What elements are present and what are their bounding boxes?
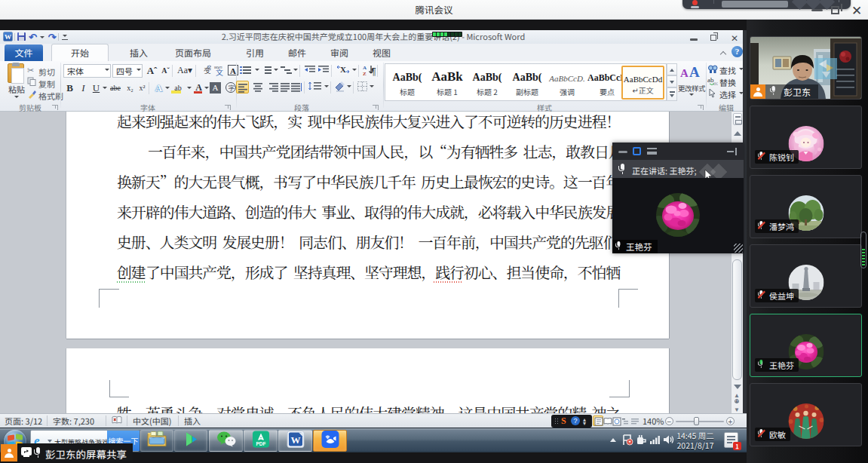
strikethrough-button[interactable]: abe: [108, 81, 123, 94]
change-styles-button[interactable]: AA 更改样式: [677, 63, 706, 102]
doc-line-4[interactable]: 来开辟的伟大道路、创造的伟大 事业、取得的伟大成就，必将载入中华民族发展: [117, 203, 645, 221]
style-normal[interactable]: AaBbCcDd↵正文: [621, 66, 664, 100]
numbering-button[interactable]: [262, 66, 273, 75]
taskbar-wechat[interactable]: [209, 430, 243, 452]
status-insert-mode[interactable]: 插入: [184, 415, 201, 427]
previous-page-icon[interactable]: ▲▲: [734, 392, 741, 397]
tray-clock[interactable]: 14:45 周二 2021/8/17: [672, 431, 719, 450]
status-page[interactable]: 页面: 3/12: [5, 415, 42, 427]
bold-button[interactable]: B: [63, 81, 76, 94]
word-logo-icon[interactable]: W: [3, 32, 13, 41]
paste-label[interactable]: 粘贴: [3, 84, 30, 94]
help-icon[interactable]: ?: [732, 46, 743, 57]
paste-icon[interactable]: [8, 63, 24, 83]
save-icon[interactable]: [17, 32, 26, 41]
doc-line-1[interactable]: 起来到强起来的伟大飞跃，实 现中华民族伟大复兴进入了不可逆转的历史进程！: [117, 112, 645, 130]
taskbar-windows-explorer[interactable]: [140, 430, 173, 452]
zoom-out-icon[interactable]: −: [665, 417, 673, 425]
panel-minimize-icon[interactable]: [618, 151, 627, 153]
ime-help-icon[interactable]: ?: [571, 416, 580, 425]
notification-icon[interactable]: 1: [724, 432, 738, 448]
multilevel-list-button[interactable]: [281, 66, 292, 75]
font-name-combo[interactable]: 宋体: [63, 64, 111, 78]
character-border-button[interactable]: A: [226, 64, 239, 77]
participant-tile-houyikun[interactable]: 侯益坤: [750, 244, 862, 308]
qat-customize-icon[interactable]: [62, 34, 68, 40]
browse-object-icon[interactable]: [735, 399, 739, 403]
taskbar-foxit-pdf[interactable]: PDF: [244, 430, 278, 452]
tab-page-layout[interactable]: 页面布局: [164, 44, 222, 61]
meeting-restore-button[interactable]: [831, 6, 839, 14]
bullets-button[interactable]: [243, 66, 254, 75]
panel-dock-icon[interactable]: [727, 148, 737, 155]
enclose-characters-button[interactable]: 字: [224, 81, 237, 94]
taskbar-microsoft-word[interactable]: W: [278, 430, 312, 452]
underline-button[interactable]: U: [90, 81, 103, 94]
status-language[interactable]: 中文(中国): [133, 415, 171, 427]
tab-file[interactable]: 文件: [5, 44, 43, 61]
grow-font-button[interactable]: Aˆ: [146, 64, 158, 77]
font-size-combo[interactable]: 四号: [112, 64, 143, 78]
meeting-close-button[interactable]: ✕: [850, 3, 863, 17]
meeting-minimize-button[interactable]: [811, 9, 823, 11]
phonetic-guide-button[interactable]: 变: [199, 64, 212, 77]
tab-insert[interactable]: 插入: [121, 44, 157, 61]
spellcheck-icon[interactable]: [112, 415, 122, 428]
style-subtitle[interactable]: AaBb(副标题: [508, 66, 547, 100]
word-close-button[interactable]: ✕: [730, 33, 739, 42]
doc-line-6[interactable]: 创建了中国共产党，形成了 坚持真理、坚守理想，践行初心、担当使命，不怕牺: [117, 263, 645, 281]
network-signal-icon[interactable]: [649, 434, 661, 447]
tab-mailings[interactable]: 邮件: [279, 44, 315, 61]
action-center-icon[interactable]: [622, 434, 633, 448]
tab-home[interactable]: 开始: [51, 44, 109, 61]
tab-references[interactable]: 引用: [237, 44, 273, 61]
redo-icon[interactable]: ↶: [47, 32, 57, 41]
sogou-ime-bar[interactable]: S ? ▴▾: [551, 415, 592, 428]
styles-dialog-launcher-icon[interactable]: [698, 105, 704, 110]
zoom-slider[interactable]: [694, 417, 699, 425]
change-case-button[interactable]: Aa▾: [176, 64, 194, 77]
zoom-in-icon[interactable]: +: [726, 417, 735, 425]
next-page-icon[interactable]: ▼▼: [734, 406, 741, 412]
align-left-button[interactable]: [236, 81, 249, 94]
undo-icon[interactable]: ↶: [29, 32, 38, 41]
document-page-1[interactable]: 起来到强起来的伟大飞跃，实 现中华民族伟大复兴进入了不可逆转的历史进程！ 一百年…: [66, 112, 669, 339]
style-emphasis[interactable]: AaBbCcD.强调: [547, 66, 587, 100]
font-dialog-launcher-icon[interactable]: [225, 105, 231, 110]
participant-tile-pengweidong[interactable]: 彭卫东: [750, 36, 862, 100]
tab-review[interactable]: 审阅: [321, 44, 357, 61]
zoom-level[interactable]: 140%: [643, 415, 664, 427]
doc-line-3[interactable]: 换新天”的大无畏气概，书写了中华民族几千年 历史上最恢宏的史诗。这一百年: [117, 173, 645, 191]
ime-drag-dots[interactable]: [554, 418, 559, 425]
text-effects-button[interactable]: A: [152, 81, 165, 94]
character-shading-button[interactable]: A: [210, 82, 221, 94]
decrease-indent-button[interactable]: [303, 64, 316, 77]
view-draft-button[interactable]: [629, 415, 639, 426]
style-heading2[interactable]: AaBb(标题 2: [468, 66, 507, 100]
doc-line-5[interactable]: 史册、人类文明 发展史册！ 同志们、朋友们！ 一百年前，中国共产党的先驱们: [117, 233, 645, 251]
document-page-2[interactable]: 牲、英勇斗争、对党忠诚、不负人民的伟大建党精神，这是中国共产党的精 神之: [66, 348, 669, 413]
sogou-icon[interactable]: S: [561, 415, 566, 427]
participant-tile-panmenghong[interactable]: 潘梦鸿: [750, 175, 862, 238]
status-words[interactable]: 字数: 7,230: [53, 415, 94, 427]
ruler-toggle-icon[interactable]: [733, 113, 742, 125]
italic-button[interactable]: I: [77, 81, 90, 94]
borders-button[interactable]: [356, 81, 369, 94]
panel-resize-grip[interactable]: [734, 244, 743, 253]
taskbar-tencent-meeting[interactable]: [313, 430, 347, 452]
tab-view[interactable]: 视图: [363, 44, 400, 61]
show-formatting-marks-button[interactable]: ¶: [367, 64, 380, 77]
style-heading1[interactable]: AaBk标题 1: [428, 66, 467, 100]
subscript-button[interactable]: x₂: [124, 81, 136, 94]
participant-tile-wangyanfen[interactable]: 王艳芬: [750, 314, 862, 377]
power-plug-icon[interactable]: [636, 434, 647, 448]
increase-indent-button[interactable]: [317, 64, 330, 77]
panel-menu-icon[interactable]: [647, 148, 657, 155]
scroll-up-icon[interactable]: [734, 131, 741, 136]
characters-pinyin-button[interactable]: wyn文: [213, 64, 225, 77]
shrink-font-button[interactable]: Aˇ: [159, 64, 172, 77]
word-restore-button[interactable]: [710, 35, 716, 41]
asian-layout-button[interactable]: X: [335, 64, 351, 77]
align-center-button[interactable]: [251, 81, 264, 94]
paragraph-dialog-launcher-icon[interactable]: [373, 105, 379, 110]
